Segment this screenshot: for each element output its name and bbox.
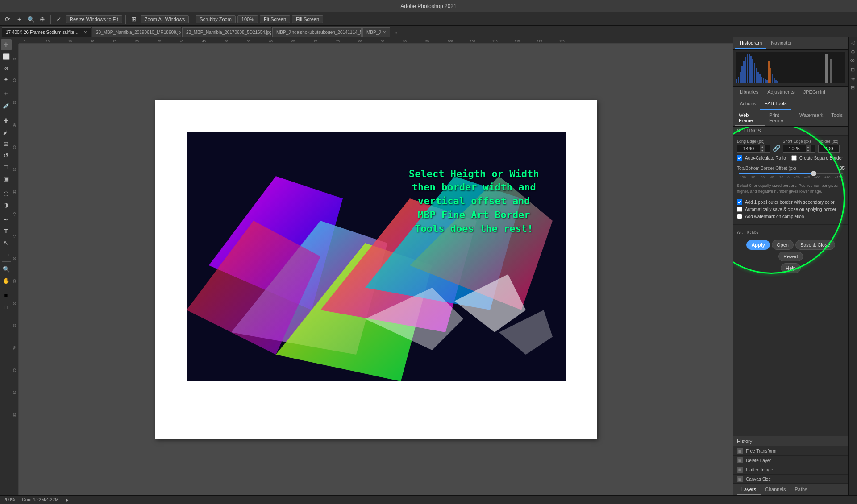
history-item-2[interactable]: ▤ Flatten Image [733,465,848,475]
open-button[interactable]: Open [772,240,794,250]
svg-text:75: 75 [336,40,340,43]
tab-fab-tools[interactable]: FAB Tools [760,98,791,110]
panel-icon-2[interactable]: ⚙ [849,48,857,55]
dodge-tool[interactable]: ◑ [1,199,12,210]
short-edge-down[interactable]: ▼ [806,149,811,152]
tab-adjustments[interactable]: Adjustments [763,87,799,98]
svg-text:115: 115 [515,40,520,43]
create-square-checkbox[interactable] [791,155,797,161]
zoom-tool[interactable]: 🔍 [1,264,12,274]
lasso-tool[interactable]: ⌀ [1,62,12,73]
toolbar-new-icon[interactable]: + [14,14,24,24]
zoom-all-btn[interactable]: Zoom All Windows [141,15,189,23]
magic-wand-tool[interactable]: ✦ [1,74,12,85]
path-selection-tool[interactable]: ↖ [1,237,12,248]
fab-tab-tools[interactable]: Tools [828,110,846,126]
history-item-1[interactable]: ▤ Delete Layer [733,456,848,465]
histogram-chart [736,52,845,83]
svg-text:30: 30 [135,40,139,43]
short-edge-up[interactable]: ▲ [806,145,811,149]
toolbar-search-icon[interactable]: 🔍 [26,14,36,24]
background-color-tool[interactable]: □ [1,302,12,312]
fab-tab-print-frame[interactable]: Print Frame [765,110,795,126]
fit-screen-btn[interactable]: Fit Screen [260,15,290,23]
tab-4[interactable]: MBP_J ✕ [362,27,390,37]
svg-rect-63 [750,56,752,83]
watermark-checkbox[interactable] [737,214,742,219]
border-input[interactable] [818,145,840,153]
panel-icon-4[interactable]: ⊡ [849,66,857,73]
hand-tool[interactable]: ✋ [1,275,12,286]
auto-calc-checkbox[interactable] [737,155,742,161]
history-item-0[interactable]: ▤ Free Transform [733,446,848,456]
history-brush-tool[interactable]: ↺ [1,150,12,161]
tab-overflow-btn[interactable]: » [393,29,399,37]
tab-layers[interactable]: Layers [737,484,761,495]
tab-actions[interactable]: Actions [735,98,760,110]
tab-jpegmini[interactable]: JPEGmini [799,87,830,98]
tab-libraries[interactable]: Libraries [735,87,763,98]
save-close-button[interactable]: Save & Close [795,240,835,250]
tab-1[interactable]: 20_MBP_Namibia_20190610_MR18908.jpg ✕ [92,27,181,37]
tab-paths[interactable]: Paths [790,484,812,495]
move-tool[interactable]: ✛ [1,39,12,50]
eyedropper-tool[interactable]: 💉 [1,100,12,111]
text-tool[interactable]: T [1,226,12,236]
history-label-0: Free Transform [746,449,776,454]
history-item-3[interactable]: ▤ Canvas Size [733,475,848,484]
watermark-label: Add watermark on completion [745,214,804,219]
panel-icon-5[interactable]: ◈ [849,75,857,82]
fab-tab-web-frame[interactable]: Web Frame [735,110,765,126]
create-square-label: Create Square Border [799,156,843,161]
outer-border-checkbox[interactable] [737,199,742,205]
zoom-level-btn[interactable]: 100% [237,15,258,23]
help-button[interactable]: Help [781,263,801,273]
healing-tool[interactable]: ✚ [1,115,12,126]
pen-tool[interactable]: ✒ [1,214,12,225]
toolbar-zoom-all-icon[interactable]: ⊞ [129,14,139,24]
svg-text:70: 70 [13,346,16,350]
apply-button[interactable]: Apply [746,240,770,250]
tab-0-close[interactable]: ✕ [83,30,87,35]
scrubby-zoom-btn[interactable]: Scrubby Zoom [196,15,236,23]
shape-tool[interactable]: ▭ [1,249,12,260]
foreground-color-tool[interactable]: ■ [1,290,12,301]
long-edge-input[interactable] [737,145,760,152]
clone-tool[interactable]: ⊞ [1,138,12,149]
tab-0[interactable]: 17 400X 26 Frames Sodium sulfite 2021-05… [2,27,91,37]
link-ratio-icon[interactable]: 🔗 [773,145,780,152]
tab-histogram[interactable]: Histogram [735,37,766,49]
auto-save-checkbox[interactable] [737,207,742,212]
rectangular-selection-tool[interactable]: ⬜ [1,51,12,62]
offset-slider-thumb[interactable] [811,171,816,176]
blur-tool[interactable]: ◌ [1,188,12,198]
toolbar-check-icon[interactable]: ✓ [54,14,64,24]
revert-button[interactable]: Revert [778,252,803,261]
panel-icon-3[interactable]: 👁 [849,57,857,64]
panel-icon-6[interactable]: ⊞ [849,84,857,91]
toolbar-magnify-icon[interactable]: ⊕ [37,14,47,24]
short-edge-input[interactable] [783,145,806,152]
svg-rect-67 [757,72,759,83]
svg-rect-56 [738,77,739,83]
fill-screen-btn[interactable]: Fill Screen [292,15,323,23]
tab-navigator[interactable]: Navigator [766,37,796,49]
eraser-tool[interactable]: ◻ [1,161,12,172]
canvas-container[interactable]: Select Heigth or Width then border width… [19,44,733,495]
crop-tool[interactable]: ⌗ [1,89,12,99]
tab-2[interactable]: 22_MBP_Namibia_20170608_5D21654.jpg ✕ [182,27,271,37]
offset-slider-track[interactable] [739,173,843,174]
panel-icon-1[interactable]: ◁ [849,39,857,46]
brush-tool[interactable]: 🖌 [1,127,12,137]
toolbar-home-icon[interactable]: ⟳ [3,14,12,24]
svg-text:40: 40 [180,40,183,43]
tab-4-close[interactable]: ✕ [383,30,386,35]
resize-windows-btn[interactable]: Resize Windows to Fit [66,15,122,23]
tab-channels[interactable]: Channels [761,484,790,495]
gradient-tool[interactable]: ▣ [1,173,12,184]
title-bar: Adobe Photoshop 2021 [0,0,857,12]
long-edge-up[interactable]: ▲ [760,145,765,149]
long-edge-down[interactable]: ▼ [760,149,765,152]
fab-tab-watermark[interactable]: Watermark [796,110,827,126]
tab-3[interactable]: MBP_Jindaishokubutsukouen_20141114_5474.… [272,27,362,37]
